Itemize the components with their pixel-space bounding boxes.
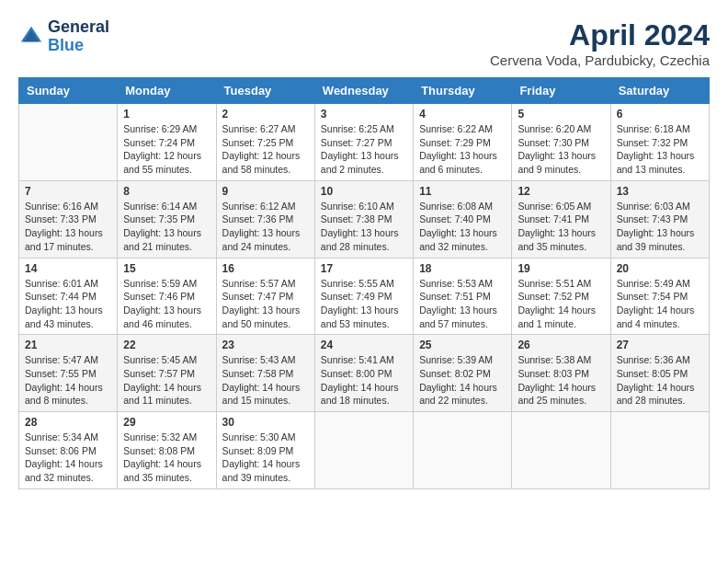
cell-content: Sunrise: 5:49 AM Sunset: 7:54 PM Dayligh… (617, 277, 703, 331)
cell-content: Sunrise: 6:22 AM Sunset: 7:29 PM Dayligh… (419, 122, 506, 177)
day-number: 12 (518, 185, 604, 198)
day-number: 8 (123, 185, 210, 198)
day-number: 28 (25, 416, 111, 429)
cell-content: Sunrise: 5:39 AM Sunset: 8:02 PM Dayligh… (419, 353, 506, 408)
cell-content: Sunrise: 6:16 AM Sunset: 7:33 PM Dayligh… (25, 200, 111, 254)
weekday-header-friday: Friday (512, 78, 610, 104)
calendar-cell: 25Sunrise: 5:39 AM Sunset: 8:02 PM Dayli… (414, 335, 512, 412)
cell-content: Sunrise: 6:05 AM Sunset: 7:41 PM Dayligh… (518, 200, 604, 254)
page-header: General Blue April 2024 Cervena Voda, Pa… (18, 18, 710, 68)
day-number: 5 (518, 108, 604, 121)
calendar-cell: 4Sunrise: 6:22 AM Sunset: 7:29 PM Daylig… (414, 104, 512, 181)
calendar-cell: 26Sunrise: 5:38 AM Sunset: 8:03 PM Dayli… (512, 335, 610, 412)
calendar-cell: 24Sunrise: 5:41 AM Sunset: 8:00 PM Dayli… (314, 335, 413, 412)
calendar-cell: 19Sunrise: 5:51 AM Sunset: 7:52 PM Dayli… (512, 258, 610, 335)
week-row-3: 14Sunrise: 6:01 AM Sunset: 7:44 PM Dayli… (19, 258, 710, 335)
cell-content: Sunrise: 6:12 AM Sunset: 7:36 PM Dayligh… (222, 200, 309, 254)
logo-blue: Blue (48, 37, 109, 55)
cell-content: Sunrise: 5:30 AM Sunset: 8:09 PM Dayligh… (222, 431, 309, 485)
week-row-4: 21Sunrise: 5:47 AM Sunset: 7:55 PM Dayli… (19, 335, 710, 412)
calendar-cell: 3Sunrise: 6:25 AM Sunset: 7:27 PM Daylig… (314, 104, 413, 181)
calendar: SundayMondayTuesdayWednesdayThursdayFrid… (18, 77, 710, 489)
cell-content: Sunrise: 5:38 AM Sunset: 8:03 PM Dayligh… (518, 353, 604, 408)
day-number: 18 (419, 262, 506, 275)
calendar-cell (610, 412, 709, 489)
calendar-cell: 12Sunrise: 6:05 AM Sunset: 7:41 PM Dayli… (512, 180, 610, 258)
logo-general: General (48, 18, 109, 37)
day-number: 21 (25, 339, 111, 351)
cell-content: Sunrise: 6:20 AM Sunset: 7:30 PM Dayligh… (518, 122, 604, 177)
day-number: 9 (222, 185, 309, 198)
weekday-header-thursday: Thursday (414, 78, 512, 104)
calendar-cell: 14Sunrise: 6:01 AM Sunset: 7:44 PM Dayli… (19, 258, 118, 335)
logo: General Blue (18, 18, 109, 55)
cell-content: Sunrise: 5:36 AM Sunset: 8:05 PM Dayligh… (617, 353, 703, 408)
cell-content: Sunrise: 6:14 AM Sunset: 7:35 PM Dayligh… (123, 200, 210, 254)
day-number: 16 (222, 262, 309, 275)
day-number: 13 (617, 185, 703, 198)
day-number: 26 (518, 339, 604, 351)
calendar-cell (19, 104, 118, 181)
week-row-5: 28Sunrise: 5:34 AM Sunset: 8:06 PM Dayli… (19, 412, 710, 489)
day-number: 10 (321, 185, 407, 198)
month-title: April 2024 (490, 18, 710, 52)
week-row-1: 1Sunrise: 6:29 AM Sunset: 7:24 PM Daylig… (19, 104, 710, 181)
weekday-header-monday: Monday (118, 78, 216, 104)
day-number: 23 (222, 339, 309, 351)
day-number: 14 (25, 262, 111, 275)
calendar-cell: 6Sunrise: 6:18 AM Sunset: 7:32 PM Daylig… (610, 104, 709, 181)
calendar-cell: 9Sunrise: 6:12 AM Sunset: 7:36 PM Daylig… (216, 180, 314, 258)
weekday-header-tuesday: Tuesday (216, 78, 314, 104)
weekday-header-sunday: Sunday (19, 78, 118, 104)
logo-icon (18, 24, 44, 50)
day-number: 4 (419, 108, 506, 121)
day-number: 17 (321, 262, 407, 275)
location: Cervena Voda, Pardubicky, Czechia (490, 52, 710, 68)
calendar-cell (414, 412, 512, 489)
calendar-cell: 10Sunrise: 6:10 AM Sunset: 7:38 PM Dayli… (314, 180, 413, 258)
weekday-header-row: SundayMondayTuesdayWednesdayThursdayFrid… (19, 78, 710, 104)
cell-content: Sunrise: 5:34 AM Sunset: 8:06 PM Dayligh… (25, 431, 111, 485)
cell-content: Sunrise: 5:32 AM Sunset: 8:08 PM Dayligh… (123, 431, 210, 485)
cell-content: Sunrise: 6:18 AM Sunset: 7:32 PM Dayligh… (617, 122, 703, 177)
calendar-cell: 27Sunrise: 5:36 AM Sunset: 8:05 PM Dayli… (610, 335, 709, 412)
day-number: 1 (123, 108, 210, 121)
day-number: 11 (419, 185, 506, 198)
logo-text: General Blue (48, 18, 109, 55)
day-number: 20 (617, 262, 703, 275)
calendar-cell: 23Sunrise: 5:43 AM Sunset: 7:58 PM Dayli… (216, 335, 314, 412)
calendar-cell: 5Sunrise: 6:20 AM Sunset: 7:30 PM Daylig… (512, 104, 610, 181)
calendar-cell: 17Sunrise: 5:55 AM Sunset: 7:49 PM Dayli… (314, 258, 413, 335)
weekday-header-wednesday: Wednesday (314, 78, 413, 104)
cell-content: Sunrise: 5:43 AM Sunset: 7:58 PM Dayligh… (222, 353, 309, 408)
cell-content: Sunrise: 6:03 AM Sunset: 7:43 PM Dayligh… (617, 200, 703, 254)
calendar-cell: 21Sunrise: 5:47 AM Sunset: 7:55 PM Dayli… (19, 335, 118, 412)
calendar-cell: 7Sunrise: 6:16 AM Sunset: 7:33 PM Daylig… (19, 180, 118, 258)
calendar-cell: 1Sunrise: 6:29 AM Sunset: 7:24 PM Daylig… (118, 104, 216, 181)
day-number: 7 (25, 185, 111, 198)
title-section: April 2024 Cervena Voda, Pardubicky, Cze… (490, 18, 710, 68)
cell-content: Sunrise: 5:55 AM Sunset: 7:49 PM Dayligh… (321, 277, 407, 331)
cell-content: Sunrise: 5:57 AM Sunset: 7:47 PM Dayligh… (222, 277, 309, 331)
cell-content: Sunrise: 6:29 AM Sunset: 7:24 PM Dayligh… (123, 122, 210, 177)
cell-content: Sunrise: 5:59 AM Sunset: 7:46 PM Dayligh… (123, 277, 210, 331)
cell-content: Sunrise: 5:51 AM Sunset: 7:52 PM Dayligh… (518, 277, 604, 331)
day-number: 3 (321, 108, 407, 121)
day-number: 6 (617, 108, 703, 121)
cell-content: Sunrise: 5:41 AM Sunset: 8:00 PM Dayligh… (321, 353, 407, 408)
calendar-cell: 22Sunrise: 5:45 AM Sunset: 7:57 PM Dayli… (118, 335, 216, 412)
calendar-cell: 2Sunrise: 6:27 AM Sunset: 7:25 PM Daylig… (216, 104, 314, 181)
day-number: 19 (518, 262, 604, 275)
day-number: 29 (123, 416, 210, 429)
cell-content: Sunrise: 6:08 AM Sunset: 7:40 PM Dayligh… (419, 200, 506, 254)
calendar-cell (314, 412, 413, 489)
cell-content: Sunrise: 6:01 AM Sunset: 7:44 PM Dayligh… (25, 277, 111, 331)
day-number: 15 (123, 262, 210, 275)
calendar-cell: 20Sunrise: 5:49 AM Sunset: 7:54 PM Dayli… (610, 258, 709, 335)
calendar-cell: 18Sunrise: 5:53 AM Sunset: 7:51 PM Dayli… (414, 258, 512, 335)
day-number: 30 (222, 416, 309, 429)
cell-content: Sunrise: 6:10 AM Sunset: 7:38 PM Dayligh… (321, 200, 407, 254)
day-number: 25 (419, 339, 506, 351)
day-number: 2 (222, 108, 309, 121)
calendar-cell: 8Sunrise: 6:14 AM Sunset: 7:35 PM Daylig… (118, 180, 216, 258)
